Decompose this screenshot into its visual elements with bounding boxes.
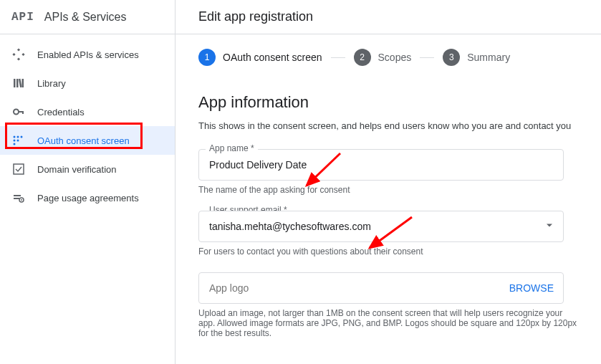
sidebar-item-label: Library xyxy=(37,78,66,89)
svg-rect-1 xyxy=(12,53,15,56)
svg-point-15 xyxy=(17,140,19,142)
sidebar-item-label: Credentials xyxy=(37,107,85,118)
api-logo: API xyxy=(11,11,34,24)
step-label: Scopes xyxy=(378,52,412,63)
app-name-label: App name * xyxy=(206,143,258,153)
svg-point-13 xyxy=(21,136,23,138)
svg-point-8 xyxy=(14,110,19,115)
diamond-grid-icon xyxy=(11,47,26,62)
app-name-input[interactable] xyxy=(198,149,564,181)
main-content: Edit app registration 1 OAuth consent sc… xyxy=(176,0,601,364)
sidebar-item-label: OAuth consent screen xyxy=(37,135,130,146)
svg-rect-10 xyxy=(22,111,24,114)
step-label: Summary xyxy=(467,52,510,63)
sidebar-item-oauth-consent[interactable]: OAuth consent screen xyxy=(0,126,175,155)
browse-button[interactable]: BROWSE xyxy=(509,282,554,294)
svg-rect-4 xyxy=(14,79,16,87)
sidebar-item-label: Enabled APIs & services xyxy=(37,49,139,60)
sidebar: API APIs & Services Enabled APIs & servi… xyxy=(0,0,176,364)
svg-line-23 xyxy=(370,217,412,248)
sidebar-title: APIs & Services xyxy=(44,11,127,24)
svg-rect-17 xyxy=(14,164,24,174)
library-icon xyxy=(11,76,26,90)
app-name-field-group: App name * The name of the app asking fo… xyxy=(198,149,578,195)
stepper: 1 OAuth consent screen 2 Scopes 3 Summar… xyxy=(176,34,601,80)
sidebar-item-label: Page usage agreements xyxy=(37,193,139,203)
page-gear-icon xyxy=(11,191,26,205)
step-oauth-consent[interactable]: 1 OAuth consent screen xyxy=(198,49,322,66)
key-icon xyxy=(11,105,26,119)
step-scopes[interactable]: 2 Scopes xyxy=(354,49,412,66)
consent-screen-icon xyxy=(11,133,26,148)
svg-rect-18 xyxy=(14,195,21,196)
step-label: OAuth consent screen xyxy=(223,52,322,63)
svg-point-21 xyxy=(21,199,22,201)
step-divider xyxy=(420,57,434,58)
svg-rect-6 xyxy=(19,79,22,87)
svg-point-11 xyxy=(14,136,16,138)
app-logo-hint: Upload an image, not larger than 1MB on … xyxy=(198,308,578,338)
svg-rect-5 xyxy=(16,79,19,87)
step-number: 3 xyxy=(443,49,460,66)
main-header: Edit app registration xyxy=(176,0,601,34)
app-logo-field-group: BROWSE Upload an image, not larger than … xyxy=(198,272,578,338)
app-name-hint: The name of the app asking for consent xyxy=(198,185,578,195)
sidebar-item-enabled-apis[interactable]: Enabled APIs & services xyxy=(0,40,175,69)
annotation-arrow-icon xyxy=(364,215,415,252)
step-number: 2 xyxy=(354,49,371,66)
check-box-icon xyxy=(11,162,26,176)
step-divider xyxy=(331,57,345,58)
step-summary[interactable]: 3 Summary xyxy=(443,49,510,66)
sidebar-item-credentials[interactable]: Credentials xyxy=(0,97,175,126)
svg-rect-0 xyxy=(17,48,20,51)
step-number: 1 xyxy=(198,49,216,66)
svg-rect-19 xyxy=(14,198,19,199)
svg-rect-7 xyxy=(22,79,24,87)
sidebar-items: Enabled APIs & services Library Credenti… xyxy=(0,34,175,212)
sidebar-header: API APIs & Services xyxy=(0,0,175,34)
sidebar-item-page-usage[interactable]: Page usage agreements xyxy=(0,183,175,212)
annotation-arrow-icon xyxy=(301,151,344,191)
svg-rect-3 xyxy=(17,57,20,60)
sidebar-item-library[interactable]: Library xyxy=(0,69,175,97)
section-title: App information xyxy=(198,93,578,112)
svg-line-22 xyxy=(307,153,340,186)
svg-point-12 xyxy=(17,136,19,138)
page-title: Edit app registration xyxy=(198,9,313,24)
svg-point-14 xyxy=(14,140,16,142)
section-description: This shows in the consent screen, and he… xyxy=(198,119,578,133)
svg-rect-2 xyxy=(21,53,24,56)
svg-point-16 xyxy=(14,143,16,145)
sidebar-item-label: Domain verification xyxy=(37,164,117,175)
sidebar-item-domain-verification[interactable]: Domain verification xyxy=(0,155,175,183)
